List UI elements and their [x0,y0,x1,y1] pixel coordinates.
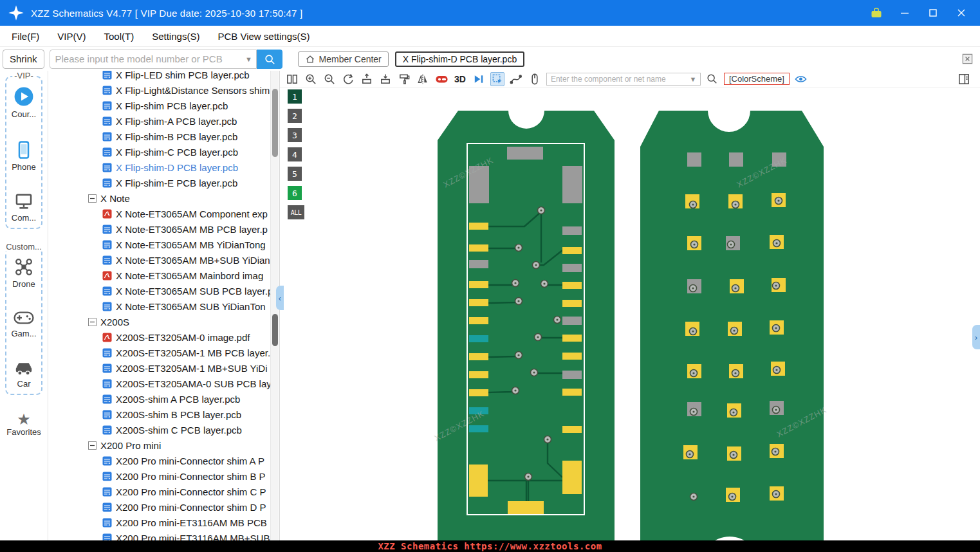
combo-caret-icon[interactable]: ▼ [242,55,256,63]
tree-item[interactable]: X200 Pro mini-Connector shim C P [48,484,279,499]
sidebar-item-phone[interactable]: Phone [12,140,36,172]
tree-item[interactable]: X200S-ET3205AMA-0 SUB PCB lay [48,376,279,391]
tree-item[interactable]: X200S-ET3205AM-1 MB PCB layer. [48,345,279,360]
pcb-render[interactable]: XZZ©XZZHKXZZ©XZZHKXZZ©XZZHKXZZ©XZZHK [280,87,980,540]
tree-item[interactable]: X200S-shim A PCB layer.pcb [48,391,279,407]
model-search-button[interactable] [257,50,282,69]
tree-item[interactable]: X200S [48,314,279,329]
sidebar-item-car[interactable]: Car [14,358,34,389]
tree-item[interactable]: X200 Pro mini [48,437,279,453]
layer-button[interactable]: 3 [288,128,302,142]
tree-item[interactable]: X Flip-Light&Distance Sensors shim [48,82,279,98]
pcb-file-icon [102,86,112,95]
menu-item[interactable]: Settings(S) [152,31,199,42]
jump-arrow-icon[interactable] [472,72,486,86]
tree-item[interactable]: X Note [48,190,279,206]
menu-item[interactable]: VIP(V) [57,31,86,42]
tree-scrollbar-thumb[interactable] [272,89,278,157]
tree-item[interactable]: X200 Pro mini-Connector shim D P [48,499,279,515]
select-region-icon[interactable] [490,72,504,86]
collapse-box-icon[interactable] [88,318,97,326]
close-view-icon[interactable] [961,53,974,65]
close-button[interactable] [954,6,968,20]
net-search-icon[interactable] [705,72,719,86]
model-search-input[interactable] [50,53,242,64]
tree-item[interactable]: X200 Pro mini-Connector shim A P [48,453,279,468]
import-board-icon[interactable] [378,72,393,86]
menu-item[interactable]: File(F) [12,31,39,42]
tree-item[interactable]: X Note-ET3065AM Mainbord imag [48,268,279,283]
tree-item[interactable]: X Flip-LED shim PCB layer.pcb [48,71,279,82]
tree-item[interactable]: X Flip-shim-E PCB layer.pcb [48,175,279,190]
expand-right-panel-button[interactable]: › [972,325,980,349]
tab-active-pcb[interactable]: X Flip-shim-D PCB layer.pcb [395,51,524,67]
split-view-icon[interactable] [285,72,299,86]
pcb-file-icon [102,410,112,419]
collapse-box-icon[interactable] [88,194,97,203]
tree-item-label: X200 Pro mini-Connector shim C P [116,486,266,497]
collapse-tree-button[interactable]: ‹ [276,286,284,310]
color-scheme-button[interactable]: [ColorScheme] [724,73,790,85]
pcb-file-icon [102,502,112,512]
layer-button[interactable]: 6 [288,186,302,200]
net-search-combo[interactable]: ▼ [546,73,701,86]
sidebar-item-game[interactable]: Gam... [11,309,36,338]
tree-item[interactable]: X Note-ET3065AM SUB PCB layer.p [48,283,279,299]
sidebar-item-course[interactable]: Cour... [12,86,36,119]
tree-item[interactable]: X Note-ET3065AM MB YiDianTong [48,237,279,252]
rotate-icon[interactable] [341,72,355,86]
minimize-button[interactable] [898,6,912,20]
tree-item[interactable]: X200 Pro mini-ET3116AM MB PCB [48,515,279,530]
pan-mouse-icon[interactable] [528,72,542,86]
tree-item[interactable]: X Flip-shim PCB layer.pcb [48,98,279,113]
export-board-icon[interactable] [360,72,374,86]
layer-button[interactable]: 2 [288,109,302,123]
curve-measure-icon[interactable] [509,72,523,86]
layer-button[interactable]: 1 [288,89,302,104]
menu-item[interactable]: Tool(T) [104,31,134,42]
collapse-box-icon[interactable] [88,441,97,450]
model-search-combo[interactable]: ▼ [50,50,257,69]
zoom-in-icon[interactable] [304,72,318,86]
menu-item[interactable]: PCB View settings(S) [217,31,310,42]
tree-item[interactable]: X200S-ET3205AM-1 MB+SUB YiDi [48,360,279,376]
maximize-button[interactable] [926,6,940,20]
tree-item[interactable]: X Flip-shim-C PCB layer.pcb [48,144,279,160]
phone-icon [15,140,33,160]
tree-item[interactable]: X Flip-shim-B PCB layer.pcb [48,129,279,144]
pcb-canvas-area[interactable]: 123456ALL XZZ©XZZHKXZZ©XZZHKXZZ©XZZHKXZZ… [280,87,980,540]
red-car-mode-icon[interactable] [434,72,448,86]
layer-button[interactable]: 5 [288,167,302,181]
tree-item[interactable]: X Flip-shim-A PCB layer.pcb [48,113,279,129]
paint-icon[interactable] [397,72,411,86]
star-icon: ★ [17,412,31,427]
net-combo-caret-icon[interactable]: ▼ [686,75,700,83]
tree-item[interactable]: X Note-ET3065AM Component exp [48,206,279,221]
tree-item[interactable]: X Note-ET3065AM MB PCB layer.p [48,221,279,237]
tree-item[interactable]: X Flip-shim-D PCB layer.pcb [48,160,279,175]
tree-item[interactable]: X Note-ET3065AM MB+SUB YiDian [48,252,279,268]
tree-item[interactable]: X200 Pro mini-ET3116AM MB+SUB [48,530,279,540]
tab-member-center[interactable]: Member Center [298,51,389,67]
layers-panel-icon[interactable] [957,72,971,86]
license-briefcase-icon[interactable] [869,6,883,20]
tree-item[interactable]: X Note-ET3065AM SUB YiDianTon [48,299,279,314]
net-search-input[interactable] [547,75,686,84]
tree-item[interactable]: X200S-ET3205AM-0 image.pdf [48,329,279,345]
tree-item-label: X Flip-Light&Distance Sensors shim [116,85,270,96]
3d-view-button[interactable]: 3D [453,74,467,84]
shrink-button[interactable]: Shrink [3,50,44,69]
tree-item[interactable]: X200 Pro mini-Connector shim B P [48,468,279,484]
eye-icon[interactable] [794,72,808,86]
tree-item-label: X200 Pro mini-ET3116AM MB PCB [116,517,267,528]
tree-scrollbar-thumb-secondary[interactable] [272,314,278,346]
sidebar-item-computer[interactable]: Com... [12,192,36,223]
mirror-icon[interactable] [416,72,430,86]
sidebar-item-favorites[interactable]: ★ Favorites [6,412,41,437]
tree-item[interactable]: X200S-shim B PCB layer.pcb [48,407,279,422]
tree-item[interactable]: X200S-shim C PCB layer.pcb [48,422,279,437]
sidebar-item-drone[interactable]: Drone [12,257,35,289]
layer-button[interactable]: ALL [288,205,304,219]
zoom-out-icon[interactable] [322,72,337,86]
layer-button[interactable]: 4 [288,147,302,161]
